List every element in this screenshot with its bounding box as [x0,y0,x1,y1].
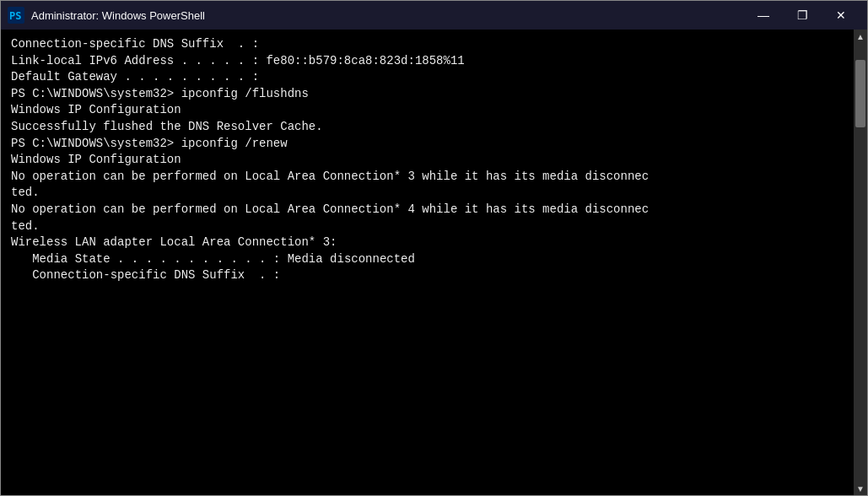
close-button[interactable]: ✕ [822,1,860,30]
scroll-up-arrow[interactable]: ▲ [854,30,867,43]
title-bar: PS Administrator: Windows PowerShell — ❐… [1,1,867,30]
window-controls: — ❐ ✕ [744,1,860,30]
scroll-down-arrow[interactable]: ▼ [854,482,867,495]
minimize-button[interactable]: — [744,1,783,30]
terminal-output[interactable]: Connection-specific DNS Suffix . : Link-… [1,30,854,495]
powershell-icon: PS [8,7,24,24]
powershell-window: PS Administrator: Windows PowerShell — ❐… [0,0,868,496]
window-title: Administrator: Windows PowerShell [31,9,744,22]
svg-text:PS: PS [9,10,21,22]
content-area: Connection-specific DNS Suffix . : Link-… [1,30,867,495]
scrollbar-thumb[interactable] [855,60,865,127]
maximize-button[interactable]: ❐ [783,1,822,30]
scrollbar[interactable]: ▲ ▼ [854,30,867,495]
